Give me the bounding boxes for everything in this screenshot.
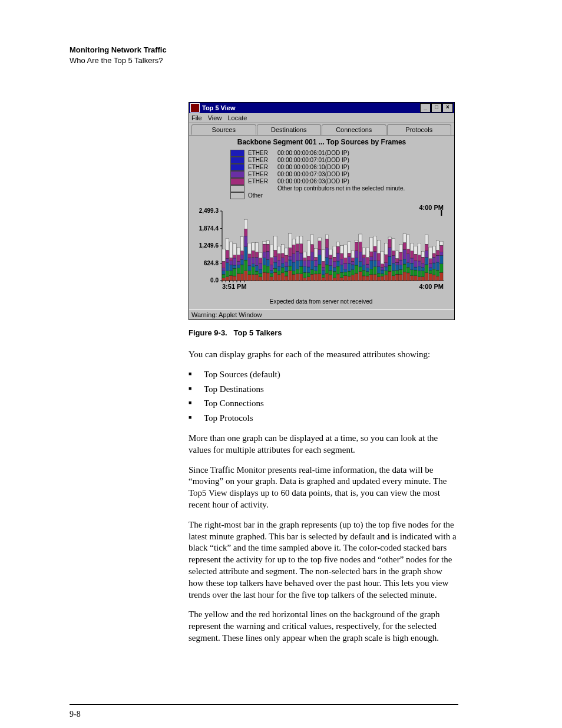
svg-rect-197 [318,250,321,255]
svg-text:4:00 PM: 4:00 PM [419,204,444,211]
svg-rect-240 [340,253,343,259]
figure-text: Top 5 Talkers [234,328,282,337]
svg-rect-370 [411,270,414,276]
svg-rect-154 [296,261,299,269]
svg-rect-245 [344,269,347,272]
svg-rect-348 [399,275,402,281]
svg-rect-41 [237,268,240,274]
svg-rect-306 [377,277,380,281]
svg-rect-130 [281,245,284,253]
chart-plot[interactable]: 2,499.31,874.41,249.6624.80.04:00 PM3:51… [189,202,454,309]
svg-rect-421 [436,255,439,262]
svg-rect-232 [336,253,339,261]
svg-rect-282 [362,255,365,258]
svg-rect-51 [240,251,243,255]
maximize-button[interactable]: □ [431,103,442,113]
svg-rect-313 [381,276,384,281]
svg-rect-218 [329,259,332,266]
svg-rect-196 [318,255,321,265]
tab-connections[interactable]: Connections [322,124,386,135]
svg-rect-113 [274,257,277,262]
menu-file[interactable]: File [191,114,202,121]
svg-rect-279 [362,270,365,276]
svg-rect-422 [436,250,439,255]
svg-rect-378 [414,267,417,270]
svg-rect-138 [289,271,292,281]
tab-sources[interactable]: Sources [191,124,256,135]
svg-rect-315 [381,270,384,274]
svg-rect-14 [222,271,225,275]
close-button[interactable]: × [442,103,453,113]
svg-rect-319 [381,251,384,264]
svg-rect-64 [248,258,251,265]
svg-rect-323 [385,263,388,267]
tab-destinations[interactable]: Destinations [257,124,322,135]
svg-rect-345 [396,259,399,263]
svg-rect-351 [399,260,402,265]
svg-rect-183 [310,252,313,261]
svg-rect-140 [289,260,292,266]
svg-rect-226 [333,257,336,261]
svg-rect-184 [310,245,313,252]
legend-label: Other [248,192,274,199]
svg-rect-128 [281,253,284,258]
svg-rect-265 [355,265,358,274]
legend-row: Other top contributors not in the select… [230,185,454,192]
body-text: You can display graphs for each of the m… [189,349,457,644]
svg-rect-355 [403,272,406,281]
svg-rect-376 [414,276,417,281]
svg-rect-299 [373,275,376,281]
svg-rect-132 [285,271,288,276]
svg-rect-193 [315,248,318,257]
svg-rect-429 [440,245,443,252]
svg-rect-413 [432,263,435,269]
svg-rect-321 [385,271,388,275]
svg-rect-261 [351,258,354,261]
svg-rect-384 [418,271,421,277]
svg-rect-211 [325,248,328,258]
svg-text:1,249.6: 1,249.6 [199,242,219,249]
svg-rect-347 [396,251,399,259]
svg-rect-317 [381,264,384,268]
svg-rect-27 [230,271,233,275]
svg-rect-233 [336,246,339,253]
svg-rect-310 [377,253,380,261]
svg-rect-186 [310,235,313,245]
svg-rect-95 [263,241,266,244]
svg-rect-403 [425,235,428,245]
svg-rect-92 [263,252,266,258]
svg-rect-266 [355,258,358,265]
svg-rect-216 [329,271,332,275]
tab-protocols[interactable]: Protocols [387,124,452,135]
tab-bar: Sources Destinations Connections Protoco… [189,123,454,136]
svg-rect-386 [418,261,421,266]
legend-row: Other [230,192,454,199]
minimize-button[interactable]: _ [420,103,431,113]
svg-rect-172 [303,252,306,258]
svg-rect-44 [237,255,240,261]
svg-rect-200 [318,238,321,241]
svg-rect-400 [425,251,428,257]
menu-locate[interactable]: Locate [227,114,247,121]
svg-rect-85 [259,263,262,269]
svg-rect-406 [429,268,432,271]
svg-rect-81 [255,243,258,252]
svg-rect-49 [240,259,243,265]
svg-rect-86 [259,258,262,263]
svg-rect-229 [336,274,339,281]
chart-svg: 2,499.31,874.41,249.6624.80.04:00 PM3:51… [193,203,449,297]
svg-rect-142 [289,248,292,256]
svg-rect-173 [307,277,310,281]
svg-rect-191 [315,257,318,260]
svg-rect-111 [274,269,277,273]
svg-rect-359 [403,243,406,250]
svg-rect-312 [377,241,380,253]
window-titlebar[interactable]: Top 5 View _ □ × [189,103,454,113]
svg-rect-301 [373,261,376,267]
svg-rect-357 [403,259,406,264]
svg-rect-39 [233,244,236,255]
svg-rect-76 [255,271,258,275]
svg-rect-314 [381,274,384,276]
svg-rect-147 [292,262,295,271]
menu-view[interactable]: View [208,114,222,121]
